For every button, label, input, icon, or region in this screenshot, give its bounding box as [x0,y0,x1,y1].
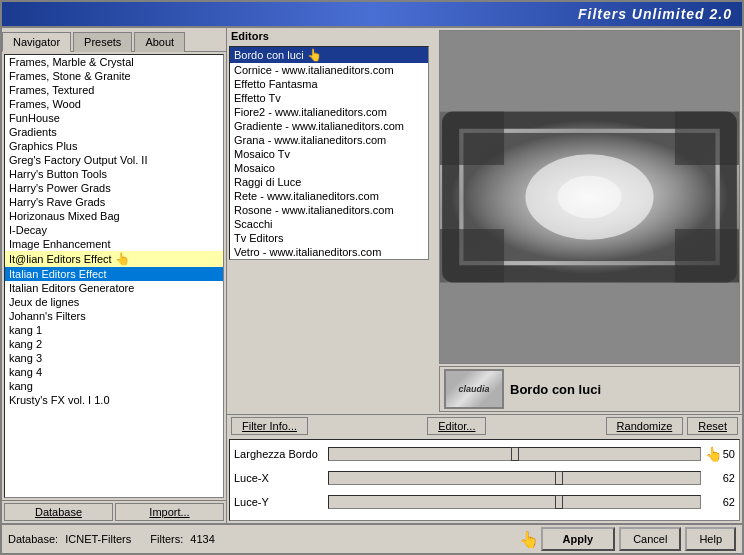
filter-info-button[interactable]: Filter Info... [231,417,308,435]
nav-list-item[interactable]: kang [5,379,223,393]
database-label: Database: [8,533,58,545]
nav-list-item[interactable]: Harry's Power Grads [5,181,223,195]
main-window: Filters Unlimited 2.0 Navigator Presets … [0,0,744,555]
tab-presets[interactable]: Presets [73,32,132,52]
nav-list-item[interactable]: Greg's Factory Output Vol. II [5,153,223,167]
svg-point-5 [557,176,621,219]
nav-list-item[interactable]: Jeux de lignes [5,295,223,309]
app-title: Filters Unlimited 2.0 [578,6,732,22]
help-button[interactable]: Help [685,527,736,551]
filter-list-container: Bordo con luci 👆Cornice - www.italianedi… [229,46,429,260]
nav-list-item[interactable]: Harry's Button Tools [5,167,223,181]
main-content: Navigator Presets About Frames, Marble &… [2,28,742,523]
filter-name-display: Bordo con luci [510,382,601,397]
svg-rect-7 [675,112,739,165]
nav-list-item[interactable]: FunHouse [5,111,223,125]
tab-about[interactable]: About [134,32,185,52]
nav-list-item[interactable]: It@lian Editors Effect 👆 [5,251,223,267]
nav-list-item[interactable]: Johann's Filters [5,309,223,323]
nav-list-item[interactable]: Gradients [5,125,223,139]
tab-bar: Navigator Presets About [2,28,226,52]
filter-list-item[interactable]: Bordo con luci 👆 [230,47,428,63]
apply-button[interactable]: Apply [541,527,616,551]
left-bottom-buttons: Database Import... [2,500,226,523]
nav-list-item[interactable]: Horizonaus Mixed Bag [5,209,223,223]
svg-rect-6 [440,112,504,165]
filter-list-item[interactable]: Tv Editors [230,231,428,245]
filter-list-item[interactable]: Rete - www.italianeditors.com [230,189,428,203]
param-pointer-icon: 👆 [705,446,722,462]
param-slider[interactable] [328,495,701,509]
nav-list-item[interactable]: kang 1 [5,323,223,337]
apply-area: 👆 Apply [519,527,616,551]
svg-rect-8 [440,229,504,282]
database-value: ICNET-Filters [65,533,131,545]
reset-button[interactable]: Reset [687,417,738,435]
apply-pointer-icon: 👆 [519,530,539,549]
nav-list-item[interactable]: kang 2 [5,337,223,351]
nav-list-item[interactable]: Graphics Plus [5,139,223,153]
preview-area: claudia Bordo con luci [439,30,740,412]
param-slider-thumb [555,471,563,485]
filter-list-item[interactable]: Mosaico [230,161,428,175]
param-row: Larghezza Bordo👆50 [234,444,735,464]
filter-list-item[interactable]: Cornice - www.italianeditors.com [230,63,428,77]
filter-list-item[interactable]: Vetro - www.italianeditors.com [230,245,428,259]
plugin-logo: claudia [444,369,504,409]
nav-list-item[interactable]: I-Decay [5,223,223,237]
filters-label: Filters: [150,533,183,545]
svg-rect-9 [675,229,739,282]
editor-button[interactable]: Editor... [427,417,486,435]
param-row: Luce-Y62 [234,492,735,512]
nav-list-item[interactable]: Harry's Rave Grads [5,195,223,209]
filter-list-item[interactable]: Mosaico Tv [230,147,428,161]
filter-list-item[interactable]: Gradiente - www.italianeditors.com [230,119,428,133]
nav-pointer-icon: 👆 [112,252,130,266]
param-slider[interactable] [328,471,701,485]
preview-image [439,30,740,364]
right-top: Editors Bordo con luci 👆Cornice - www.it… [227,28,742,414]
nav-list-item[interactable]: Italian Editors Generatore [5,281,223,295]
status-info: Database: ICNET-Filters Filters: 4134 [8,533,515,545]
navigator-list: Frames, Marble & CrystalFrames, Stone & … [5,55,223,497]
param-label: Luce-Y [234,496,324,508]
param-slider[interactable]: 👆 [328,447,701,461]
param-value: 62 [705,496,735,508]
right-panel: Editors Bordo con luci 👆Cornice - www.it… [227,28,742,523]
filter-list: Bordo con luci 👆Cornice - www.italianedi… [230,47,428,259]
left-panel: Navigator Presets About Frames, Marble &… [2,28,227,523]
filters-value: 4134 [190,533,214,545]
nav-list-item[interactable]: Krusty's FX vol. I 1.0 [5,393,223,407]
status-bar: Database: ICNET-Filters Filters: 4134 👆 … [2,523,742,553]
nav-list-item[interactable]: kang 3 [5,351,223,365]
filter-pointer-icon: 👆 [304,48,322,62]
filter-list-item[interactable]: Fiore2 - www.italianeditors.com [230,105,428,119]
navigator-list-container: Frames, Marble & CrystalFrames, Stone & … [4,54,224,498]
filter-list-item[interactable]: Grana - www.italianeditors.com [230,133,428,147]
filter-list-item[interactable]: Effetto Tv [230,91,428,105]
cancel-button[interactable]: Cancel [619,527,681,551]
nav-list-item[interactable]: Image Enhancement [5,237,223,251]
nav-list-item[interactable]: Frames, Marble & Crystal [5,55,223,69]
nav-list-item[interactable]: Frames, Stone & Granite [5,69,223,83]
param-slider-thumb [511,447,519,461]
nav-list-item[interactable]: Frames, Wood [5,97,223,111]
database-button[interactable]: Database [4,503,113,521]
nav-list-item[interactable]: Frames, Textured [5,83,223,97]
tab-navigator[interactable]: Navigator [2,32,71,52]
param-row: Luce-X62 [234,468,735,488]
filter-list-item[interactable]: Rosone - www.italianeditors.com [230,203,428,217]
param-value: 62 [705,472,735,484]
mid-right-buttons: Randomize Reset [606,417,738,435]
filter-list-item[interactable]: Raggi di Luce [230,175,428,189]
middle-buttons: Filter Info... Editor... Randomize Reset [227,414,742,437]
parameters-area: Larghezza Bordo👆50Luce-X62Luce-Y62 [229,439,740,521]
nav-list-item[interactable]: Italian Editors Effect [5,267,223,281]
import-button[interactable]: Import... [115,503,224,521]
randomize-button[interactable]: Randomize [606,417,684,435]
filter-list-item[interactable]: Scacchi [230,217,428,231]
filter-list-item[interactable]: Effetto Fantasma [230,77,428,91]
param-slider-thumb [555,495,563,509]
param-label: Larghezza Bordo [234,448,324,460]
nav-list-item[interactable]: kang 4 [5,365,223,379]
